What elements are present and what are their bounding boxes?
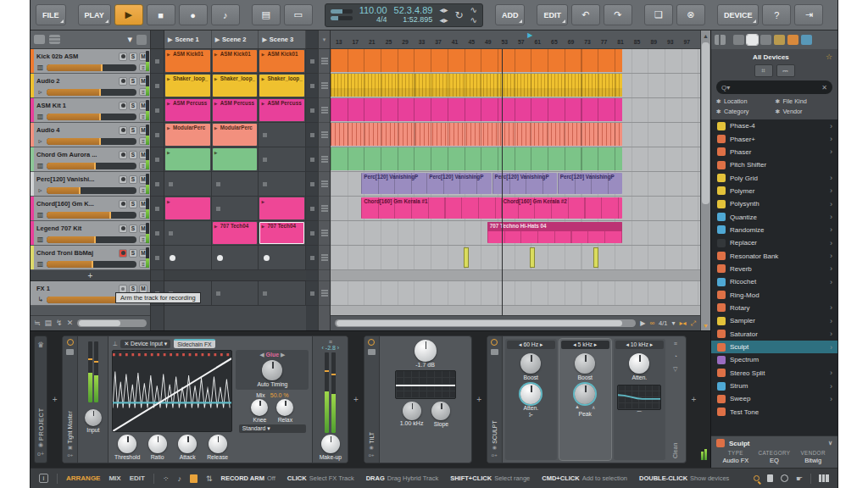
track-solo-button[interactable]: S bbox=[129, 102, 137, 110]
track-row[interactable]: Kick 02b ASM S M ▥ ≡ bbox=[31, 49, 150, 74]
compressor-knob[interactable] bbox=[178, 435, 197, 453]
clip-slot[interactable]: ▶ModularPerc bbox=[164, 123, 212, 147]
device-preset-folder-icon[interactable] bbox=[491, 349, 498, 355]
device-help-icon[interactable]: ◉ bbox=[492, 444, 497, 452]
track-arm-button[interactable] bbox=[119, 175, 127, 184]
expand-chevron-icon[interactable]: › bbox=[830, 278, 832, 286]
layout-icon[interactable]: ▤ bbox=[45, 319, 53, 327]
device-list-item[interactable]: Phaser+ › bbox=[711, 132, 837, 145]
sub-scene-button[interactable] bbox=[319, 98, 330, 123]
clip-slot[interactable]: ▶ASM Percuss bbox=[212, 98, 259, 123]
arranger-clip[interactable] bbox=[331, 147, 622, 170]
clip-slot[interactable]: ▶707 Tech04 bbox=[259, 221, 306, 246]
sub-scene-button[interactable] bbox=[319, 74, 330, 98]
clip-stop-button[interactable] bbox=[151, 172, 164, 197]
alt-stop-button[interactable] bbox=[306, 98, 318, 123]
input-gain-knob[interactable] bbox=[85, 409, 102, 426]
record-button[interactable]: ● bbox=[179, 4, 208, 25]
track-arm-button[interactable] bbox=[119, 126, 127, 135]
device-preset-folder-icon[interactable] bbox=[368, 349, 376, 355]
makeup-knob[interactable] bbox=[321, 435, 340, 453]
snap-icon[interactable]: ▸◂ bbox=[680, 319, 687, 327]
add-device-button[interactable]: + bbox=[690, 336, 698, 463]
device-preset-folder-icon[interactable] bbox=[66, 349, 74, 355]
output-gain-value[interactable]: ‹ -2.8 › bbox=[322, 345, 340, 351]
zoom-fit-icon[interactable]: ⤢ bbox=[691, 319, 696, 328]
display-profile-button[interactable]: ▭ bbox=[284, 4, 313, 25]
clip-slot[interactable]: ▶ASM Percuss bbox=[164, 98, 212, 123]
info-icon[interactable]: i bbox=[39, 474, 48, 483]
file-menu-button[interactable]: FILE bbox=[36, 4, 66, 25]
mode-next-icon[interactable]: ▶ bbox=[281, 352, 285, 358]
expand-chevron-icon[interactable]: › bbox=[830, 135, 832, 143]
track-volume-slider[interactable] bbox=[47, 64, 136, 71]
band-atten-knob[interactable] bbox=[629, 353, 649, 374]
tool-options-button[interactable] bbox=[136, 35, 147, 45]
scene-header[interactable]: ▶Scene 2 bbox=[212, 30, 259, 48]
device-menu-button[interactable]: DEVICE bbox=[717, 4, 760, 25]
track-volume-slider[interactable] bbox=[47, 261, 136, 268]
scroll-up-icon[interactable]: ▲ bbox=[701, 30, 710, 41]
controller-filter-button[interactable]: ⌗ bbox=[754, 64, 773, 77]
automation-icon[interactable]: ↯ bbox=[56, 319, 63, 327]
alt-stop-button[interactable] bbox=[306, 147, 318, 172]
follow-playhead-icon[interactable]: ∞ bbox=[649, 319, 654, 327]
device-list-item[interactable]: Reverb › bbox=[711, 263, 837, 275]
arranger-clip[interactable] bbox=[593, 247, 598, 268]
device-list-item[interactable]: Replacer › bbox=[711, 236, 837, 249]
arranger-clip[interactable] bbox=[530, 247, 535, 268]
auto-timing-knob[interactable] bbox=[262, 360, 282, 380]
mode-prev-icon[interactable]: ◀ bbox=[259, 352, 264, 358]
track-name[interactable]: FX 1 bbox=[36, 285, 117, 292]
band-freq-select[interactable]: ◂ 60 Hz ▸ bbox=[507, 341, 555, 349]
compressor-knob[interactable] bbox=[209, 435, 227, 453]
clip-stop-button[interactable] bbox=[151, 246, 164, 270]
track-row[interactable]: Chord[160] Gm K... S M ▥ ≡ bbox=[31, 197, 150, 221]
browser-collections-icon[interactable] bbox=[733, 35, 744, 45]
clip-slot[interactable]: ▶ASM Kick01 bbox=[212, 49, 259, 74]
device-name[interactable]: SCULPT bbox=[492, 355, 498, 444]
band-peak-knob[interactable] bbox=[575, 384, 595, 404]
device-list-item[interactable]: Saturator › bbox=[711, 328, 837, 341]
scene-play-icon[interactable]: ▶ bbox=[168, 36, 172, 43]
sub-scene-button[interactable] bbox=[319, 49, 330, 74]
device-help-icon[interactable]: ◉ bbox=[369, 444, 373, 452]
track-name[interactable]: Legend 707 Kit bbox=[36, 225, 117, 232]
clip-slot[interactable]: ▶ bbox=[259, 197, 306, 221]
track-arm-button[interactable] bbox=[119, 151, 127, 159]
device-list-item[interactable]: Polysynth › bbox=[711, 197, 837, 210]
filter-category[interactable]: ✱Category bbox=[716, 108, 774, 115]
record-clip-slot[interactable] bbox=[259, 246, 306, 270]
add-device-left-button[interactable]: + bbox=[51, 336, 58, 463]
arranger-clip[interactable] bbox=[464, 247, 469, 268]
device-list-item[interactable]: Polymer › bbox=[711, 185, 837, 197]
track-name[interactable]: Chord Troni BbMaj bbox=[36, 249, 117, 257]
clear-search-icon[interactable]: ✕ bbox=[821, 84, 827, 92]
expand-chevron-icon[interactable]: › bbox=[830, 225, 832, 234]
track-name[interactable]: Audio 4 bbox=[36, 126, 117, 134]
edit-menu-button[interactable]: EDIT bbox=[537, 4, 568, 25]
arranger-rows[interactable]: Perc[120] VanishingP Perc[120] Vanishing… bbox=[331, 49, 700, 315]
clip-slot[interactable]: ▶707 Tech04 bbox=[212, 221, 259, 246]
filter-file-kind[interactable]: ✱File Kind bbox=[776, 97, 833, 105]
arranger-h-scrollbar[interactable] bbox=[335, 319, 636, 327]
clip-slot[interactable]: ▶Shaker_loop_ bbox=[164, 74, 212, 98]
v-scroll-thumb[interactable] bbox=[702, 42, 709, 204]
sub-scene-button[interactable] bbox=[319, 246, 330, 270]
clip-stop-button[interactable] bbox=[151, 123, 164, 147]
device-name[interactable]: TILT bbox=[369, 355, 375, 444]
tilt-gain-knob[interactable] bbox=[415, 340, 437, 362]
track-name[interactable]: Chord Gm Aurora ... bbox=[36, 151, 117, 158]
alt-stop-button[interactable] bbox=[306, 74, 318, 98]
track-solo-button[interactable]: S bbox=[129, 126, 137, 135]
track-arm-button[interactable] bbox=[119, 77, 127, 86]
arranger-clip[interactable] bbox=[331, 98, 622, 121]
expand-chevron-icon[interactable]: › bbox=[830, 239, 832, 247]
track-solo-button[interactable]: S bbox=[129, 77, 137, 86]
groove-button[interactable]: ▤ bbox=[252, 4, 281, 25]
sub-scene-button[interactable] bbox=[319, 123, 330, 147]
play-menu-button[interactable]: PLAY bbox=[78, 4, 111, 25]
track-name[interactable]: Kick 02b ASM bbox=[36, 53, 117, 60]
device-list-item[interactable]: Sampler › bbox=[711, 314, 837, 327]
device-list-item[interactable]: Ring-Mod bbox=[711, 288, 837, 301]
